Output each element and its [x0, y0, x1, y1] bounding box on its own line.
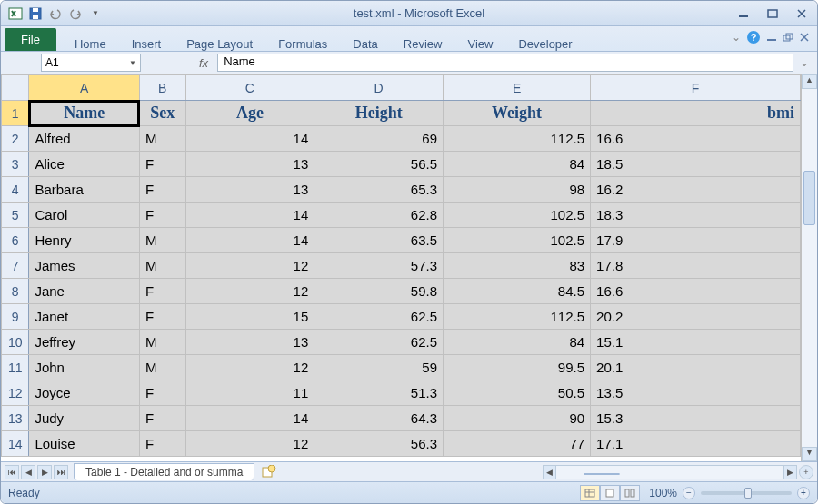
name-box[interactable]: A1 ▼	[41, 54, 141, 72]
cell-B7[interactable]: M	[139, 253, 185, 279]
formula-input[interactable]: Name	[217, 54, 793, 72]
cell-A4[interactable]: Barbara	[29, 177, 140, 203]
cell-F10[interactable]: 15.1	[591, 330, 801, 355]
ribbon-tab-developer[interactable]: Developer	[505, 33, 584, 55]
scroll-right-icon[interactable]: ▶	[783, 466, 796, 479]
worksheet-grid[interactable]: ABCDEF1NameSexAgeHeightWeightbmi2AlfredM…	[1, 74, 801, 461]
cell-B9[interactable]: F	[139, 304, 185, 330]
row-header-10[interactable]: 10	[2, 330, 29, 355]
row-header-3[interactable]: 3	[2, 152, 29, 177]
ribbon-tab-home[interactable]: Home	[62, 33, 119, 55]
cell-C6[interactable]: 14	[185, 228, 314, 253]
excel-icon[interactable]	[6, 5, 25, 23]
cell-D2[interactable]: 69	[314, 126, 444, 152]
tab-nav-prev-icon[interactable]: ◀	[21, 465, 35, 479]
column-header-F[interactable]: F	[591, 75, 801, 101]
cell-A2[interactable]: Alfred	[29, 126, 140, 152]
workbook-restore-icon[interactable]	[783, 33, 793, 42]
cell-B12[interactable]: F	[139, 380, 185, 406]
cell-E4[interactable]: 98	[444, 177, 591, 203]
cell-F14[interactable]: 17.1	[591, 431, 801, 457]
cell-D12[interactable]: 51.3	[314, 380, 444, 406]
cell-A7[interactable]: James	[29, 253, 140, 279]
undo-icon[interactable]	[46, 5, 65, 23]
row-header-5[interactable]: 5	[2, 203, 29, 228]
cell-F9[interactable]: 20.2	[591, 304, 801, 330]
workbook-close-icon[interactable]	[799, 33, 810, 42]
cell-C9[interactable]: 15	[185, 304, 314, 330]
fx-icon[interactable]: fx	[199, 56, 208, 70]
normal-view-button[interactable]	[580, 485, 600, 501]
cell-F12[interactable]: 13.5	[591, 380, 801, 406]
vscroll-track[interactable]	[802, 89, 817, 447]
column-header-D[interactable]: D	[314, 75, 444, 101]
zoom-slider-knob[interactable]	[744, 488, 752, 499]
row-header-12[interactable]: 12	[2, 380, 29, 406]
cell-C4[interactable]: 13	[185, 177, 314, 203]
cell-E6[interactable]: 102.5	[444, 228, 591, 253]
ribbon-tab-formulas[interactable]: Formulas	[265, 33, 340, 55]
scroll-up-icon[interactable]: ▲	[802, 74, 817, 89]
redo-icon[interactable]	[66, 5, 85, 23]
hscroll-thumb[interactable]	[584, 473, 620, 475]
row-header-4[interactable]: 4	[2, 177, 29, 203]
cell-C7[interactable]: 12	[185, 253, 314, 279]
save-icon[interactable]	[26, 5, 45, 23]
cell-B8[interactable]: F	[139, 279, 185, 304]
cell-B6[interactable]: M	[139, 228, 185, 253]
cell-E13[interactable]: 90	[444, 406, 591, 431]
cell-F4[interactable]: 16.2	[591, 177, 801, 203]
row-header-6[interactable]: 6	[2, 228, 29, 253]
row-header-14[interactable]: 14	[2, 431, 29, 457]
scroll-down-icon[interactable]: ▼	[802, 447, 817, 461]
tab-nav-last-icon[interactable]: ⏭	[54, 465, 68, 479]
cell-B11[interactable]: M	[139, 355, 185, 380]
cell-E1[interactable]: Weight	[444, 101, 591, 126]
cell-F7[interactable]: 17.8	[591, 253, 801, 279]
cell-E3[interactable]: 84	[444, 152, 591, 177]
cell-A9[interactable]: Janet	[29, 304, 140, 330]
cell-F13[interactable]: 15.3	[591, 406, 801, 431]
column-header-E[interactable]: E	[444, 75, 591, 101]
cell-E11[interactable]: 99.5	[444, 355, 591, 380]
workbook-minimize-icon[interactable]	[766, 33, 777, 42]
new-sheet-icon[interactable]	[262, 465, 278, 479]
ribbon-tab-page-layout[interactable]: Page Layout	[174, 33, 265, 55]
row-header-2[interactable]: 2	[2, 126, 29, 152]
cell-C2[interactable]: 14	[185, 126, 314, 152]
cell-C8[interactable]: 12	[185, 279, 314, 304]
ribbon-tab-view[interactable]: View	[454, 33, 505, 55]
page-layout-view-button[interactable]	[600, 485, 620, 501]
select-all-corner[interactable]	[2, 75, 29, 101]
cell-C14[interactable]: 12	[185, 431, 314, 457]
cell-E7[interactable]: 83	[444, 253, 591, 279]
help-icon[interactable]: ?	[746, 30, 761, 44]
hscroll-add-icon[interactable]: +	[799, 465, 813, 479]
cell-A6[interactable]: Henry	[29, 228, 140, 253]
zoom-slider[interactable]	[701, 491, 792, 495]
cell-F8[interactable]: 16.6	[591, 279, 801, 304]
cell-D11[interactable]: 59	[314, 355, 444, 380]
cell-D1[interactable]: Height	[314, 101, 444, 126]
cell-A12[interactable]: Joyce	[29, 380, 140, 406]
cell-B4[interactable]: F	[139, 177, 185, 203]
cell-F1[interactable]: bmi	[591, 101, 801, 126]
cell-B14[interactable]: F	[139, 431, 185, 457]
cell-D13[interactable]: 64.3	[314, 406, 444, 431]
ribbon-tab-insert[interactable]: Insert	[119, 33, 175, 55]
cell-C5[interactable]: 14	[185, 203, 314, 228]
cell-A5[interactable]: Carol	[29, 203, 140, 228]
column-header-B[interactable]: B	[139, 75, 185, 101]
cell-A8[interactable]: Jane	[29, 279, 140, 304]
zoom-out-button[interactable]: −	[683, 487, 695, 499]
vscroll-thumb[interactable]	[803, 171, 815, 225]
cell-C13[interactable]: 14	[185, 406, 314, 431]
column-header-C[interactable]: C	[185, 75, 314, 101]
cell-A3[interactable]: Alice	[29, 152, 140, 177]
row-header-8[interactable]: 8	[2, 279, 29, 304]
cell-C10[interactable]: 13	[185, 330, 314, 355]
maximize-button[interactable]	[763, 5, 783, 22]
name-box-dropdown-icon[interactable]: ▼	[129, 59, 136, 67]
cell-D4[interactable]: 65.3	[314, 177, 444, 203]
cell-A1[interactable]: Name	[29, 101, 140, 126]
